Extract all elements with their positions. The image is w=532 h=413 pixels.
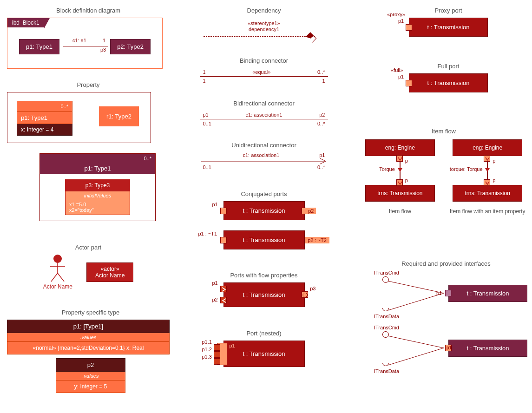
property-p1: 0..* p1: Type1 x: Integer = 4: [17, 101, 72, 136]
full-stereo: «full»: [391, 67, 403, 73]
bind-r1c2: 0..*: [317, 69, 325, 75]
bdd-connector: [63, 46, 108, 46]
bdd-mult-1: 1: [103, 38, 105, 43]
prop-attr: x: Integer = 4: [17, 124, 72, 136]
flow-p-top-2: p: [493, 158, 495, 164]
pst2-values-label: .values: [56, 372, 125, 380]
nested-mult: 0..*: [40, 154, 155, 163]
conj2-port-p1: [220, 237, 227, 243]
bind-r2c1: 1: [203, 78, 206, 84]
svg-line-8: [388, 348, 444, 365]
pst-values-label: .values: [7, 333, 170, 342]
conj-block-2: t : Transmission p1 : ~T1 p2 : ~T2: [223, 230, 305, 249]
flow-p-top-1: p: [405, 158, 408, 164]
bidir-table: p1 c1: association1 p2 0..1 0..*: [200, 111, 328, 128]
svg-line-5: [388, 281, 444, 293]
iface-text-1: t : Transmission: [466, 290, 509, 297]
bdd-title: Block definition diagram: [7, 7, 170, 14]
proxy-p1: p1: [398, 18, 404, 24]
full-p1: p1: [398, 74, 404, 79]
bdd-mult-p3: p3: [100, 47, 106, 52]
conj2-label-p2: p2 : ~T2: [305, 237, 329, 243]
svg-line-3: [58, 273, 64, 282]
conj1-label-p2: p2: [306, 208, 315, 214]
flowprop-label-p2: p2: [212, 297, 218, 302]
bdd-block-p1: p1: Type1: [19, 39, 59, 54]
bidir-r1c1: p1: [203, 112, 209, 118]
unidir-r2c1: 0..1: [203, 164, 211, 170]
bind-r2c2: 1: [322, 78, 325, 84]
prop-name: p1: Type1: [17, 112, 72, 124]
nested-val-2: x2="today": [69, 207, 126, 213]
full-text: t : Transmission: [427, 79, 469, 86]
bidir-r2c2: 0..*: [317, 121, 325, 126]
portnested-port-container: [217, 343, 227, 365]
bidir-title: Bidirectional connector: [197, 100, 331, 107]
flowprop-label-p1: p1: [212, 280, 218, 286]
portnested-label-p13: p1.3: [202, 354, 212, 360]
iface-data-2: ITransData: [374, 368, 399, 374]
flow-arrow-1: [398, 168, 402, 172]
flow-port-top-1: [396, 155, 403, 162]
arrow-down-icon: [484, 180, 491, 186]
flowprop-port-p2: [220, 297, 227, 303]
full-port-p1: [406, 80, 412, 86]
pst-p1-head: p1: [Type1]: [7, 320, 170, 333]
iface-block-2: t : Transmission p1: [448, 340, 527, 357]
proxy-text: t : Transmission: [427, 24, 469, 31]
pst-p2-body: y: Integer = 5: [56, 380, 125, 393]
conj1-text: t : Transmission: [243, 207, 285, 214]
itemflow-conn-2: p torque: Torque p: [487, 156, 488, 185]
pst-p2-head: p2: [56, 358, 125, 372]
portnested-block: t : Transmission p1 p1.1 p1.2 p1.3: [223, 341, 305, 367]
actor-figure: Actor Name: [43, 255, 72, 290]
actor-stereotype: «actor»: [95, 266, 125, 272]
binding-table: 1 «equal» 0..* 1 1: [200, 68, 328, 85]
actor-body-icon: [48, 263, 67, 282]
portnested-p12: [214, 351, 220, 358]
portnested-p11: [214, 344, 220, 351]
iface-block-1: t : Transmission p1: [448, 285, 527, 302]
arrow-down-icon: [397, 180, 403, 186]
nested-name: p1: Type1: [40, 163, 155, 174]
unidir-label: c1: association1: [203, 152, 320, 158]
bdd-frame: ibd Block1 p1: Type1 p2: Type2 c1: a1 1 …: [7, 18, 163, 69]
bidir-r1c2: c1: association1: [209, 112, 320, 118]
itemflow-conn-1: p Torque p: [400, 156, 401, 185]
dep-name: dependency1: [204, 26, 324, 33]
nested-vals: x1 =5.0 x2="today": [66, 200, 130, 215]
dep-arrow: [204, 36, 315, 37]
bind-equal: «equal»: [206, 69, 317, 75]
actor-head-icon: [53, 255, 62, 263]
arrow-inout-icon: [302, 292, 309, 298]
flowprop-label-p3: p3: [310, 286, 315, 291]
flow-port-bot-2: [484, 179, 490, 186]
itemflow-right: eng: Engine p torque: Torque p trns: Tra…: [448, 139, 527, 215]
actor-figure-label: Actor Name: [43, 283, 72, 290]
unidir-p1: p1: [319, 152, 325, 158]
flowprop-title: Ports with flow properties: [197, 272, 331, 279]
full-block: t : Transmission «full» p1: [409, 73, 488, 92]
actor-box: «actor» Actor Name: [86, 262, 133, 282]
iface-cmd-1: ITransCmd: [374, 270, 399, 275]
bdd-tab-name: Block1: [23, 20, 39, 26]
flow-p-bot-1: p: [405, 177, 408, 183]
iface-provided-1: [382, 276, 389, 283]
iface-cmd-2: ITransCmd: [374, 325, 399, 330]
portnested-text: t : Transmission: [243, 350, 285, 357]
arrow-down-icon: [484, 156, 491, 162]
portnested-label-p12: p1.2: [202, 347, 212, 352]
iface-text-2: t : Transmission: [466, 345, 509, 352]
svg-line-7: [388, 336, 444, 348]
pst-title: Property specific type: [7, 309, 174, 316]
svg-line-6: [388, 293, 444, 310]
property-frame: 0..* p1: Type1 x: Integer = 4 r1: Type2: [7, 92, 151, 143]
flowprop-block: t : Transmission p1 p2 p3: [223, 282, 305, 307]
proxy-port-p1: [406, 24, 412, 31]
flow-torque-1: Torque: [379, 166, 395, 172]
actor-box-name: Actor Name: [95, 272, 125, 279]
conj-block-1: t : Transmission p1 p2: [223, 201, 305, 220]
iface-title: Required and provided interfaces: [360, 260, 532, 267]
bdd-conn-label: c1: a1: [72, 38, 86, 43]
unidir-arrow: [200, 158, 328, 164]
